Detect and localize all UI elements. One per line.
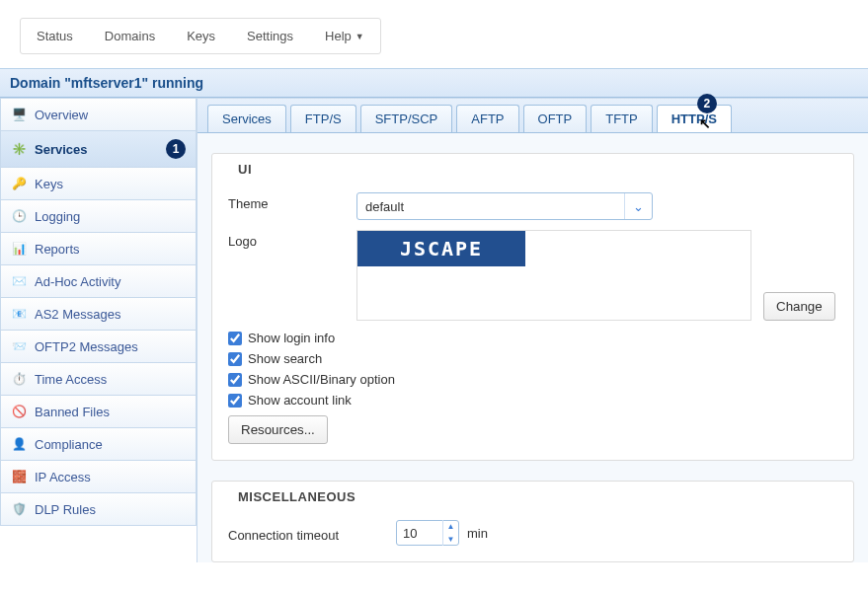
sidebar-item-banned[interactable]: 🚫Banned Files	[0, 396, 197, 428]
checkbox-ascii[interactable]	[228, 373, 242, 387]
resources-button[interactable]: Resources...	[228, 415, 328, 444]
sidebar: 🖥️Overview ✳️Services1 🔑Keys 🕒Logging 📊R…	[0, 98, 197, 562]
sidebar-item-oftp2[interactable]: 📨OFTP2 Messages	[0, 331, 197, 363]
topnav-domains[interactable]: Domains	[89, 19, 171, 53]
sidebar-item-services[interactable]: ✳️Services1	[0, 131, 197, 168]
change-button[interactable]: Change	[763, 292, 835, 321]
sidebar-item-label: Keys	[35, 177, 63, 191]
sidebar-item-reports[interactable]: 📊Reports	[0, 233, 197, 265]
logo-label: Logo	[228, 230, 356, 249]
tab-ftps[interactable]: FTP/S	[290, 105, 356, 132]
topnav-settings[interactable]: Settings	[231, 19, 309, 53]
logo-image: JSCAPE	[357, 231, 525, 266]
chevron-down-icon: ▼	[355, 32, 364, 41]
conn-timeout-input[interactable]: 10 ▲▼	[396, 520, 459, 546]
keys-icon: 🔑	[11, 176, 27, 191]
sidebar-item-as2[interactable]: 📧AS2 Messages	[0, 298, 197, 331]
sidebar-item-label: Overview	[35, 108, 88, 122]
tab-services[interactable]: Services	[207, 105, 286, 132]
sidebar-item-time[interactable]: ⏱️Time Access	[0, 363, 197, 396]
topnav-keys[interactable]: Keys	[171, 19, 231, 53]
checkbox-search-label: Show search	[248, 351, 322, 366]
checkbox-login-info-label: Show login info	[248, 331, 335, 345]
top-nav: Status Domains Keys Settings Help ▼	[20, 18, 381, 54]
checkbox-search[interactable]	[228, 352, 242, 366]
time-icon: ⏱️	[11, 371, 27, 387]
checkbox-login-info[interactable]	[228, 332, 242, 345]
sidebar-item-keys[interactable]: 🔑Keys	[0, 168, 197, 200]
conn-timeout-value: 10	[397, 526, 442, 541]
ui-panel: UI Theme default ⌄ Logo JSCAPE Change	[211, 153, 854, 461]
tab-tftp[interactable]: TFTP	[591, 105, 653, 132]
tab-bar: Services FTP/S SFTP/SCP AFTP OFTP TFTP 2…	[197, 99, 868, 133]
misc-panel: MISCELLANEOUS Connection timeout 10 ▲▼ m…	[211, 481, 854, 562]
checkbox-account[interactable]	[228, 394, 242, 408]
sidebar-item-label: AS2 Messages	[35, 307, 120, 322]
sidebar-item-compliance[interactable]: 👤Compliance	[0, 428, 197, 461]
theme-select-value: default	[357, 199, 624, 214]
sidebar-item-label: Time Access	[35, 372, 107, 387]
theme-label: Theme	[228, 192, 356, 211]
marker-2-icon: 2	[697, 94, 717, 113]
banned-icon: 🚫	[11, 404, 27, 419]
chevron-down-icon: ⌄	[624, 193, 652, 219]
tab-https[interactable]: 2 HTTP/S ↖	[657, 105, 732, 132]
sidebar-item-label: Logging	[35, 209, 80, 224]
checkbox-account-label: Show account link	[248, 393, 352, 408]
content-area: Services FTP/S SFTP/SCP AFTP OFTP TFTP 2…	[197, 98, 868, 562]
ui-section-title: UI	[228, 154, 837, 188]
sidebar-item-label: IP Access	[35, 470, 91, 484]
sidebar-item-label: Compliance	[35, 437, 103, 452]
conn-timeout-unit: min	[467, 526, 488, 541]
misc-section-title: MISCELLANEOUS	[228, 482, 837, 516]
ip-icon: 🧱	[11, 469, 27, 484]
sidebar-item-label: OFTP2 Messages	[35, 339, 138, 354]
topnav-help[interactable]: Help ▼	[309, 19, 380, 53]
sidebar-item-ipaccess[interactable]: 🧱IP Access	[0, 461, 197, 493]
spinner-icon[interactable]: ▲▼	[442, 520, 458, 546]
compliance-icon: 👤	[11, 436, 27, 452]
services-icon: ✳️	[11, 141, 27, 157]
shield-icon: 🛡️	[11, 501, 27, 517]
logo-preview: JSCAPE	[356, 230, 751, 321]
overview-icon: 🖥️	[11, 107, 27, 122]
sidebar-item-adhoc[interactable]: ✉️Ad-Hoc Activity	[0, 265, 197, 298]
tab-oftp[interactable]: OFTP	[523, 105, 588, 132]
topnav-status[interactable]: Status	[21, 19, 89, 53]
tab-sftpscp[interactable]: SFTP/SCP	[360, 105, 453, 132]
conn-timeout-label: Connection timeout	[228, 524, 396, 543]
marker-1-icon: 1	[166, 139, 186, 159]
tab-aftp[interactable]: AFTP	[456, 105, 518, 132]
sidebar-item-label: Banned Files	[35, 405, 110, 419]
adhoc-icon: ✉️	[11, 273, 27, 289]
logging-icon: 🕒	[11, 208, 27, 224]
tab-https-label: HTTP/S	[671, 111, 717, 126]
reports-icon: 📊	[11, 241, 27, 257]
sidebar-item-label: DLP Rules	[35, 502, 96, 517]
oftp2-icon: 📨	[11, 338, 27, 354]
top-bar: Status Domains Keys Settings Help ▼	[0, 0, 868, 68]
theme-select[interactable]: default ⌄	[356, 192, 653, 220]
sidebar-item-label: Reports	[35, 242, 80, 257]
sidebar-item-logging[interactable]: 🕒Logging	[0, 200, 197, 233]
sidebar-item-overview[interactable]: 🖥️Overview	[0, 98, 197, 131]
as2-icon: 📧	[11, 306, 27, 322]
topnav-help-label: Help	[325, 29, 352, 43]
sidebar-item-dlp[interactable]: 🛡️DLP Rules	[0, 493, 197, 526]
checkbox-ascii-label: Show ASCII/Binary option	[248, 372, 395, 387]
status-bar: Domain "mftserver1" running	[0, 68, 868, 98]
sidebar-item-label: Services	[35, 142, 88, 157]
sidebar-item-label: Ad-Hoc Activity	[35, 274, 120, 289]
